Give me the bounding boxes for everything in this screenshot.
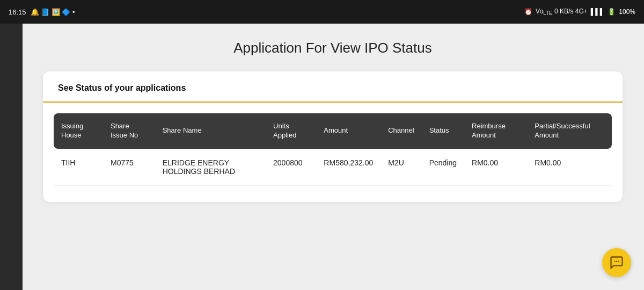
status-bar-left: 16:15 🔔 📘 🖼️ 🔷 • — [9, 8, 75, 16]
main-area: Application For View IPO Status See Stat… — [0, 24, 644, 290]
ipo-status-table: Issuing House Share Issue No Share Name … — [54, 113, 612, 186]
chat-button[interactable] — [602, 248, 631, 277]
col-share-issue-no: Share Issue No — [103, 113, 155, 149]
cell-units-applied: 2000800 — [266, 149, 316, 186]
col-channel: Channel — [380, 113, 421, 149]
time-display: 16:15 — [9, 8, 26, 16]
cell-amount: RM580,232.00 — [316, 149, 380, 186]
table-header-row: Issuing House Share Issue No Share Name … — [54, 113, 612, 149]
svg-point-0 — [614, 261, 615, 262]
svg-point-1 — [616, 261, 617, 262]
col-share-name: Share Name — [155, 113, 266, 149]
cell-reimburse-amount: RM0.00 — [464, 149, 527, 186]
cell-share-issue-no: M0775 — [103, 149, 155, 186]
signal-icon: ▌▌▌ — [591, 8, 605, 16]
col-issuing-house: Issuing House — [54, 113, 103, 149]
chat-icon — [609, 255, 624, 270]
card-header-text: See Status of your applications — [58, 83, 186, 92]
sidebar-strip — [0, 24, 23, 290]
battery-icon: 🔋 — [608, 8, 616, 16]
cell-status: Pending — [422, 149, 464, 186]
alarm-icon: ⏰ — [524, 8, 532, 16]
cell-channel: M2U — [380, 149, 421, 186]
cell-issuing-house: TIIH — [54, 149, 103, 186]
svg-point-2 — [618, 261, 619, 262]
card: See Status of your applications Issuing … — [43, 71, 623, 202]
col-status: Status — [422, 113, 464, 149]
col-amount: Amount — [316, 113, 380, 149]
notification-icons: 🔔 📘 🖼️ 🔷 • — [31, 8, 75, 16]
table-wrapper: Issuing House Share Issue No Share Name … — [43, 103, 623, 191]
col-units-applied: Units Applied — [266, 113, 316, 149]
status-bar: 16:15 🔔 📘 🖼️ 🔷 • ⏰ VoLTE 0 KB/s 4G+ ▌▌▌ … — [0, 0, 644, 24]
cell-partial-successful-amount: RM0.00 — [527, 149, 612, 186]
col-reimburse-amount: Reimburse Amount — [464, 113, 527, 149]
col-partial-successful-amount: Partial/Successful Amount — [527, 113, 612, 149]
cell-share-name: ELRIDGE ENERGY HOLDINGS BERHAD — [155, 149, 266, 186]
card-header: See Status of your applications — [43, 71, 623, 103]
page-title: Application For View IPO Status — [233, 40, 431, 56]
battery-percent: 100% — [619, 8, 635, 16]
network-info: VoLTE 0 KB/s 4G+ — [536, 8, 588, 16]
table-row: TIIHM0775ELRIDGE ENERGY HOLDINGS BERHAD2… — [54, 149, 612, 186]
status-bar-right: ⏰ VoLTE 0 KB/s 4G+ ▌▌▌ 🔋 100% — [524, 8, 635, 16]
